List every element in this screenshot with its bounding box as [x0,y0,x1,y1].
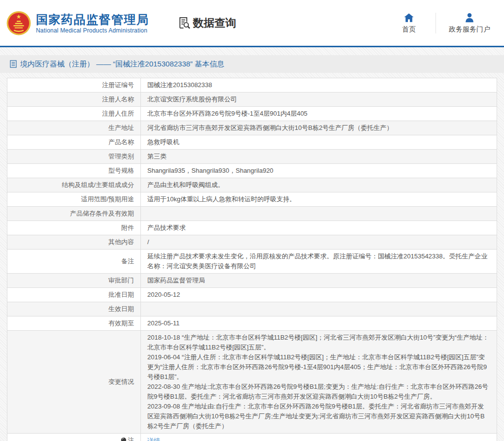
row-value: 第三类 [141,150,497,164]
row-label: 注册人名称 [7,93,141,107]
row-label: 结构及组成/主要组成成分 [7,178,141,192]
table-row: 注详情 [7,434,497,441]
row-value: Shangrila935，Shangrila930，Shangrila920 [141,164,497,178]
row-value [141,302,497,316]
table-row: 其他内容/ [7,235,497,250]
table-row: 变更情况2018-10-18 “生产地址：北京市丰台区科学城11B2号楼[园区]… [7,331,497,434]
row-value: 2025-05-11 [141,316,497,331]
table-row: 注册人住所北京市丰台区外环西路26号院9号楼-1至4层901内4层405 [7,107,497,121]
table-row: 管理类别第三类 [7,150,497,164]
data-query-heading: 数据查询 [177,16,236,31]
site-header: 国家药品监督管理局 National Medical Products Admi… [0,0,504,46]
row-value: 河北省廊坊市三河市燕郊开发区迎宾路西侧潮白大街10号B栋2号生产厂房（委托生产） [141,121,497,135]
row-label: 附件 [7,221,141,235]
row-value: 国家药品监督管理局 [141,274,497,288]
info-table-body: 注册证编号国械注准20153082338注册人名称北京谊安医疗系统股份有限公司注… [7,78,497,441]
page-title: 境内医疗器械（注册） —— “国械注准20153082338” 基本信息 [20,60,224,69]
table-row: 结构及组成/主要组成成分产品由主机和呼吸阀组成。 [7,178,497,192]
row-label: 备注 [7,250,141,274]
row-label: 适用范围/预期用途 [7,192,141,207]
row-value: 国械注准20153082338 [141,78,497,93]
table-row: 附件产品技术要求 [7,221,497,235]
row-label: 型号规格 [7,164,141,178]
table-row: 生产地址河北省廊坊市三河市燕郊开发区迎宾路西侧潮白大街10号B栋2号生产厂房（委… [7,121,497,135]
note-icon [121,436,127,441]
table-row: 注册人名称北京谊安医疗系统股份有限公司 [7,93,497,107]
row-value: 延续注册产品技术要求未发生变化，沿用原核发的产品技术要求。原注册证编号：国械注准… [141,250,497,274]
row-label: 变更情况 [7,331,141,434]
site-title: 国家药品监督管理局 [36,12,149,27]
row-label: 有效期至 [7,316,141,331]
row-label: 生效日期 [7,302,141,316]
table-row: 适用范围/预期用途适用于10kg体重以上病人急救和转运时的呼吸支持。 [7,192,497,207]
table-row: 有效期至2025-05-11 [7,316,497,331]
doc-search-icon [177,16,191,30]
info-table: 注册证编号国械注准20153082338注册人名称北京谊安医疗系统股份有限公司注… [7,78,497,441]
row-label: 其他内容 [7,235,141,250]
site-subtitle: National Medical Products Administration [36,27,149,34]
table-row: 备注延续注册产品技术要求未发生变化，沿用原核发的产品技术要求。原注册证编号：国械… [7,250,497,274]
row-value: 适用于10kg体重以上病人急救和转运时的呼吸支持。 [141,192,497,207]
row-label: 生产地址 [7,121,141,135]
row-label: 注 [7,434,141,441]
nav-divider [436,13,436,33]
row-label: 注册人住所 [7,107,141,121]
table-row: 批准日期2020-05-12 [7,288,497,302]
row-value: 急救呼吸机 [141,135,497,150]
row-value: 2020-05-12 [141,288,497,302]
row-value: 北京市丰台区外环西路26号院9号楼-1至4层901内4层405 [141,107,497,121]
home-icon [403,12,414,23]
row-value: 详情 [141,434,497,441]
table-row: 生效日期 [7,302,497,316]
header-nav: 首页 政务服务门户 [395,12,490,34]
nav-home[interactable]: 首页 [395,12,423,34]
row-value: 产品由主机和呼吸阀组成。 [141,178,497,192]
data-query-label: 数据查询 [193,16,236,31]
row-value: 产品技术要求 [141,221,497,235]
table-row: 型号规格Shangrila935，Shangrila930，Shangrila9… [7,164,497,178]
page: 国家药品监督管理局 National Medical Products Admi… [0,0,504,441]
row-value [141,207,497,221]
nav-portal-label: 政务服务门户 [449,25,490,34]
table-wrap: 注册证编号国械注准20153082338注册人名称北京谊安医疗系统股份有限公司注… [7,78,497,441]
nmpa-logo[interactable]: 国家药品监督管理局 National Medical Products Admi… [6,10,149,36]
row-label: 产品名称 [7,135,141,150]
row-value: 2018-10-18 “生产地址：北京市丰台区科学城11B2号楼[园区]；河北省… [141,331,497,434]
table-row: 产品名称急救呼吸机 [7,135,497,150]
details-link[interactable]: 详情 [147,437,160,441]
page-title-bar: 境内医疗器械（注册） —— “国械注准20153082338” 基本信息 [0,55,504,73]
national-emblem-icon [6,10,32,36]
nav-home-label: 首页 [402,25,416,34]
document-icon [10,60,17,68]
row-label: 管理类别 [7,150,141,164]
table-row: 产品储存条件及有效期 [7,207,497,221]
row-label: 产品储存条件及有效期 [7,207,141,221]
row-label: 审批部门 [7,274,141,288]
logo-text: 国家药品监督管理局 National Medical Products Admi… [36,12,149,34]
row-label: 注册证编号 [7,78,141,93]
nav-portal[interactable]: 政务服务门户 [449,12,490,34]
content: 境内医疗器械（注册） —— “国械注准20153082338” 基本信息 注册证… [0,47,504,441]
table-row: 审批部门国家药品监督管理局 [7,274,497,288]
row-label: 批准日期 [7,288,141,302]
user-icon [464,12,475,23]
table-row: 注册证编号国械注准20153082338 [7,78,497,93]
row-value: / [141,235,497,250]
row-value: 北京谊安医疗系统股份有限公司 [141,93,497,107]
